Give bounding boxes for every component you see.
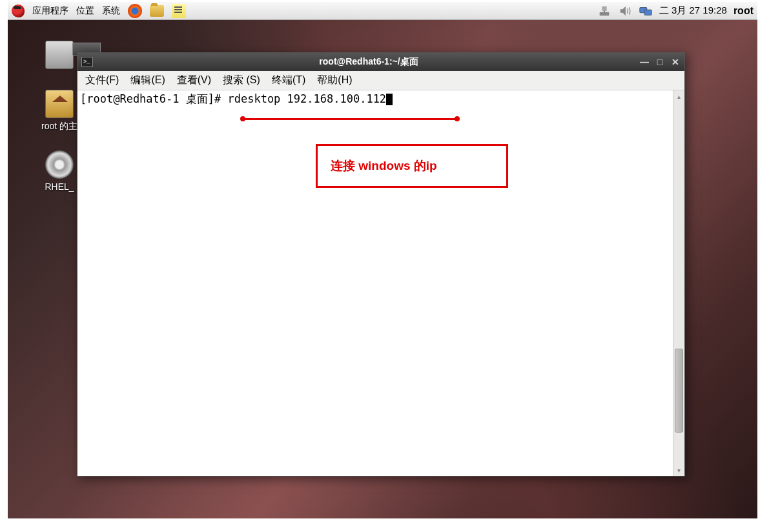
command-text: rdesktop 192.168.100.112 — [227, 92, 386, 105]
svg-rect-1 — [602, 6, 606, 10]
scroll-up-arrow[interactable]: ▴ — [673, 90, 684, 102]
menu-help[interactable]: 帮助(H) — [317, 74, 352, 87]
scroll-thumb[interactable] — [675, 349, 683, 433]
menu-view[interactable]: 查看(V) — [177, 74, 211, 87]
titlebar[interactable]: root@Redhat6-1:~/桌面 — □ ✕ — [77, 53, 684, 71]
clock[interactable]: 二 3月 27 19:28 — [659, 5, 727, 17]
scroll-down-arrow[interactable]: ▾ — [673, 464, 684, 476]
window-title: root@Redhat6-1:~/桌面 — [98, 56, 639, 68]
top-panel: 应用程序 位置 系统 二 3月 27 19:28 root — [8, 2, 757, 20]
notes-icon[interactable] — [172, 4, 186, 18]
terminal-icon — [81, 57, 93, 67]
maximize-button[interactable]: □ — [655, 57, 665, 67]
desktop-icons: root 的主 RHEL_ — [39, 41, 80, 192]
menu-edit[interactable]: 编辑(E) — [130, 74, 165, 87]
volume-icon[interactable] — [618, 4, 632, 18]
icon-label: RHEL_ — [45, 181, 74, 192]
close-button[interactable]: ✕ — [670, 57, 681, 67]
user-menu[interactable]: root — [733, 5, 754, 17]
cursor — [386, 94, 393, 105]
menu-applications[interactable]: 应用程序 — [32, 5, 68, 17]
file-manager-icon[interactable] — [150, 4, 164, 18]
menu-search[interactable]: 搜索 (S) — [223, 74, 260, 87]
menu-system[interactable]: 系统 — [102, 5, 120, 17]
redhat-icon[interactable] — [12, 5, 25, 17]
icon-label: root 的主 — [41, 121, 77, 132]
menu-file[interactable]: 文件(F) — [85, 74, 119, 87]
terminal-window: root@Redhat6-1:~/桌面 — □ ✕ 文件(F) 编辑(E) 查看… — [77, 52, 685, 476]
svg-rect-4 — [644, 10, 651, 15]
menubar: 文件(F) 编辑(E) 查看(V) 搜索 (S) 终端(T) 帮助(H) — [77, 71, 684, 90]
firefox-icon[interactable] — [128, 4, 142, 18]
svg-rect-0 — [599, 12, 609, 15]
network-icon[interactable] — [597, 4, 611, 18]
desktop: 应用程序 位置 系统 二 3月 27 19:28 root — [8, 2, 757, 518]
desktop-icon-disc[interactable]: RHEL_ — [39, 150, 80, 192]
menu-places[interactable]: 位置 — [76, 5, 94, 17]
desktop-icon-home[interactable]: root 的主 — [39, 90, 80, 132]
menu-terminal[interactable]: 终端(T) — [272, 74, 305, 87]
prompt: [root@Redhat6-1 桌面]# — [80, 92, 227, 105]
annotation-underline — [243, 118, 457, 120]
display-icon[interactable] — [639, 4, 653, 18]
scrollbar[interactable]: ▴ ▾ — [673, 90, 684, 476]
annotation-callout: 连接 windows 的ip — [316, 144, 508, 188]
annotation-text: 连接 windows 的ip — [331, 158, 437, 174]
minimize-button[interactable]: — — [639, 57, 650, 67]
